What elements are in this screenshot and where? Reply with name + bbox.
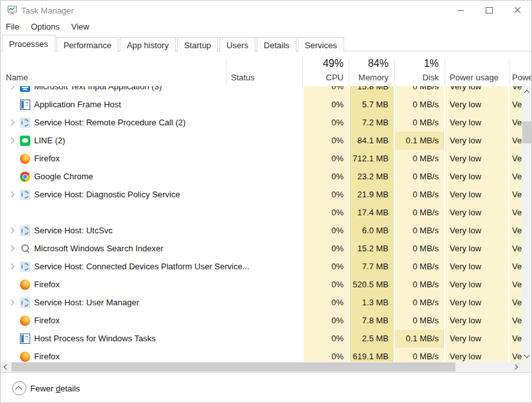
header-divider xyxy=(226,58,227,86)
tab-performance[interactable]: Performance xyxy=(57,37,118,52)
tab-details[interactable]: Details xyxy=(257,37,297,52)
expand-chevron-icon[interactable] xyxy=(8,300,15,306)
process-row[interactable]: Firefox 0% 619.1 MB 0 MB/s Very low Ve xyxy=(1,348,522,362)
process-table-body: Microsoft Text Input Application (3) 0% … xyxy=(1,86,522,362)
expand-chevron-icon[interactable] xyxy=(8,120,15,126)
tab-services[interactable]: Services xyxy=(298,37,344,52)
firefox-icon xyxy=(20,280,30,290)
scroll-right-icon[interactable] xyxy=(511,362,522,372)
chrome-icon xyxy=(20,172,30,182)
scroll-left-icon[interactable] xyxy=(1,362,12,372)
gear-icon xyxy=(20,298,30,308)
power-usage-cell: Very low xyxy=(445,132,508,150)
process-row[interactable]: Firefox 0% 520.5 MB 0 MB/s Very low Ve xyxy=(1,276,522,294)
column-power-usage-trend[interactable]: Powe xyxy=(512,73,532,82)
chevron-up-circle-icon xyxy=(12,381,26,395)
process-row[interactable]: Host Process for Windows Tasks 0% 2.5 MB… xyxy=(1,330,522,348)
memory-cell: 5.7 MB xyxy=(350,96,394,114)
expand-chevron-icon[interactable] xyxy=(8,228,15,234)
vertical-scrollbar-thumb[interactable] xyxy=(522,121,531,143)
power-usage-cell: Very low xyxy=(445,96,508,114)
column-memory[interactable]: Memory xyxy=(350,73,394,82)
memory-cell: 712.1 MB xyxy=(350,150,394,168)
cpu-cell: 0% xyxy=(304,348,349,362)
process-row[interactable]: Microsoft Windows Search Indexer 0% 15.2… xyxy=(1,240,522,258)
power-usage-cell: Very low xyxy=(445,294,508,312)
power-trend-cell: Ve xyxy=(509,168,522,186)
disk-cell: 0 MB/s xyxy=(395,168,444,186)
expand-chevron-icon[interactable] xyxy=(8,264,15,270)
column-power-usage[interactable]: Power usage xyxy=(450,73,499,82)
menu-item-view[interactable]: View xyxy=(66,20,95,33)
tab-startup[interactable]: Startup xyxy=(177,37,218,52)
disk-cell: 0 MB/s xyxy=(395,204,444,222)
power-usage-cell: Very low xyxy=(445,204,508,222)
disk-cell: 0 MB/s xyxy=(395,276,444,294)
menu-item-options[interactable]: Options xyxy=(25,20,66,33)
power-usage-cell: Very low xyxy=(445,168,508,186)
process-name: Firefox xyxy=(34,312,60,330)
power-trend-cell: Ve xyxy=(509,222,522,240)
process-row[interactable]: Service Host: Connected Devices Platform… xyxy=(1,258,522,276)
power-usage-cell: Very low xyxy=(445,240,508,258)
title-bar: Task Manager xyxy=(1,1,531,20)
process-name: Firefox xyxy=(34,150,60,168)
expand-chevron-icon[interactable] xyxy=(8,86,15,89)
process-row[interactable]: Service Host: User Manager 0% 1.3 MB 0 M… xyxy=(1,294,522,312)
column-disk[interactable]: Disk xyxy=(395,73,444,82)
column-name[interactable]: Name xyxy=(6,73,28,82)
column-status[interactable]: Status xyxy=(231,73,255,82)
header-divider xyxy=(302,58,303,86)
process-row[interactable]: Google Chrome 0% 23.2 MB 0 MB/s Very low… xyxy=(1,168,522,186)
column-cpu[interactable]: CPU xyxy=(304,73,349,82)
process-row[interactable]: Firefox 0% 712.1 MB 0 MB/s Very low Ve xyxy=(1,150,522,168)
power-trend-cell: Ve xyxy=(509,348,522,362)
expand-chevron-icon[interactable] xyxy=(8,246,15,252)
expand-chevron-icon[interactable] xyxy=(8,192,15,198)
process-name: Service Host: UtcSvc xyxy=(34,222,113,240)
process-row[interactable]: Service Host: UtcSvc 0% 6.0 MB 0 MB/s Ve… xyxy=(1,222,522,240)
power-usage-cell: Very low xyxy=(445,186,508,204)
maximize-button[interactable] xyxy=(477,1,500,20)
memory-cell: 6.0 MB xyxy=(350,222,394,240)
process-name: Service Host: Connected Devices Platform… xyxy=(34,258,250,276)
disk-cell: 0 MB/s xyxy=(395,86,444,96)
fewer-details-label: Fewer details xyxy=(30,384,80,393)
process-row[interactable]: 0% 17.4 MB 0 MB/s Very low Ve xyxy=(1,204,522,222)
scroll-up-icon[interactable] xyxy=(522,86,532,97)
expand-chevron-icon[interactable] xyxy=(8,138,15,144)
memory-cell: 15.2 MB xyxy=(350,240,394,258)
cpu-cell: 0% xyxy=(304,186,349,204)
process-row[interactable]: Application Frame Host 0% 5.7 MB 0 MB/s … xyxy=(1,96,522,114)
process-row[interactable]: Service Host: Diagnostic Policy Service … xyxy=(1,186,522,204)
process-row[interactable]: LINE (2) 0% 84.1 MB 0.1 MB/s Very low Ve xyxy=(1,132,522,150)
horizontal-scrollbar-thumb[interactable] xyxy=(12,363,455,372)
vertical-scrollbar[interactable] xyxy=(522,86,532,362)
tab-processes[interactable]: Processes xyxy=(2,35,55,52)
cpu-total-percent: 49% xyxy=(304,58,349,69)
menu-bar: FileOptionsView xyxy=(1,20,531,34)
horizontal-scrollbar[interactable] xyxy=(1,362,522,372)
memory-cell: 7.7 MB xyxy=(350,258,394,276)
process-row[interactable]: Microsoft Text Input Application (3) 0% … xyxy=(1,86,522,96)
minimize-button[interactable] xyxy=(449,1,472,20)
cpu-cell: 0% xyxy=(304,330,349,348)
tab-app-history[interactable]: App history xyxy=(120,37,176,52)
menu-item-file[interactable]: File xyxy=(1,20,25,33)
power-usage-cell: Very low xyxy=(445,330,508,348)
gear-icon xyxy=(20,262,30,272)
process-name: Service Host: Diagnostic Policy Service xyxy=(34,186,180,204)
cpu-cell: 0% xyxy=(304,168,349,186)
power-usage-cell: Very low xyxy=(445,114,508,132)
power-trend-cell: Ve xyxy=(509,258,522,276)
power-trend-cell: Ve xyxy=(509,312,522,330)
close-button[interactable] xyxy=(506,1,529,20)
power-trend-cell: Ve xyxy=(509,240,522,258)
process-name: Google Chrome xyxy=(34,168,93,186)
process-row[interactable]: Firefox 0% 7.8 MB 0 MB/s Very low Ve xyxy=(1,312,522,330)
process-row[interactable]: Service Host: Remote Procedure Call (2) … xyxy=(1,114,522,132)
cpu-cell: 0% xyxy=(304,276,349,294)
tab-users[interactable]: Users xyxy=(219,37,255,52)
scroll-down-icon[interactable] xyxy=(522,351,532,362)
header-divider xyxy=(349,58,349,86)
